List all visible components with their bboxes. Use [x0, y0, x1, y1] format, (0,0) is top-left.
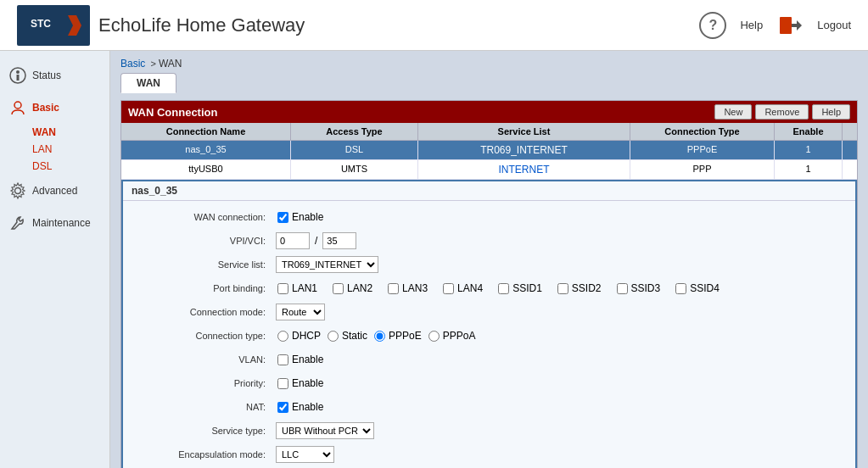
vlan-enable-cb[interactable]: [277, 354, 288, 365]
sidebar-item-status[interactable]: Status: [0, 59, 109, 92]
row2-service: INTERNET: [418, 160, 630, 179]
connection-type-label: Connection type:: [140, 331, 276, 341]
priority-enable-label[interactable]: Enable: [276, 377, 323, 389]
svg-marker-5: [797, 20, 802, 31]
row1-enable: 1: [775, 141, 843, 159]
vpi-vci-row: VPI/VCI: /: [140, 231, 838, 250]
sidebar: Status Basic WAN LAN DSL Advanced Mainte…: [0, 51, 110, 468]
sidebar-item-maintenance[interactable]: Maintenance: [0, 207, 109, 239]
svg-point-7: [16, 70, 20, 74]
service-list-control: TR069_INTERNET INTERNET: [276, 256, 378, 273]
help-button[interactable]: Help: [740, 19, 763, 31]
wan-connection-section: WAN Connection New Remove Help Connectio…: [120, 100, 858, 468]
sidebar-sub-wan[interactable]: WAN: [0, 124, 109, 141]
connection-mode-control: Route Bridge: [276, 304, 325, 320]
vpi-vci-label: VPI/VCI:: [140, 236, 276, 246]
row1-conntype: PPPoE: [630, 141, 775, 159]
pppoe-label[interactable]: PPPoE: [372, 330, 422, 342]
nat-enable-cb[interactable]: [277, 402, 288, 413]
ssid3-label[interactable]: SSID3: [615, 282, 661, 294]
sidebar-sub-lan[interactable]: LAN: [0, 141, 109, 158]
svg-point-10: [15, 188, 21, 194]
static-label[interactable]: Static: [326, 330, 367, 342]
logout-button[interactable]: Logout: [817, 19, 851, 31]
vlan-label: VLAN:: [140, 354, 276, 365]
row2-conntype: PPP: [630, 160, 775, 179]
remove-button[interactable]: Remove: [755, 104, 809, 120]
nat-label: NAT:: [140, 402, 276, 412]
advanced-icon: [8, 181, 27, 200]
tab-wan[interactable]: WAN: [120, 73, 176, 93]
connection-mode-select[interactable]: Route Bridge: [276, 304, 325, 320]
lan2-cb[interactable]: [333, 283, 344, 294]
ssid3-cb[interactable]: [617, 283, 628, 294]
connection-mode-row: Connection mode: Route Bridge: [140, 303, 838, 321]
priority-control: Enable: [276, 377, 323, 389]
help-icon[interactable]: ?: [699, 12, 726, 39]
wan-enable-label[interactable]: Enable: [276, 211, 323, 223]
wan-connection-row: WAN connection: Enable: [140, 208, 838, 226]
ssid1-cb[interactable]: [498, 283, 509, 294]
service-list-label: Service list:: [140, 259, 276, 270]
wan-enable-checkbox[interactable]: [277, 212, 288, 223]
priority-enable-cb[interactable]: [277, 378, 288, 389]
maintenance-icon: [8, 214, 27, 232]
vci-input[interactable]: [322, 232, 356, 249]
svg-text:STC: STC: [31, 18, 51, 30]
ssid2-cb[interactable]: [557, 283, 568, 294]
vpi-input[interactable]: [276, 232, 310, 249]
table-row[interactable]: nas_0_35 DSL TR069_INTERNET PPPoE 1: [121, 141, 857, 160]
service-type-label: Service type:: [140, 426, 276, 436]
status-icon: [8, 66, 27, 85]
nat-enable-label[interactable]: Enable: [276, 401, 323, 413]
col-access-type: Access Type: [291, 123, 418, 140]
lan1-label[interactable]: LAN1: [276, 282, 317, 294]
lan1-cb[interactable]: [277, 283, 288, 294]
row1-access: DSL: [291, 141, 418, 159]
lan3-label[interactable]: LAN3: [386, 282, 428, 294]
breadcrumb-basic[interactable]: Basic: [120, 58, 145, 70]
help-table-button[interactable]: Help: [812, 104, 850, 120]
row1-service: TR069_INTERNET: [418, 141, 630, 159]
row2-name: ttyUSB0: [121, 160, 291, 179]
ssid1-label[interactable]: SSID1: [496, 282, 542, 294]
dhcp-radio[interactable]: [277, 331, 288, 342]
ssid2-label[interactable]: SSID2: [556, 282, 602, 294]
lan3-cb[interactable]: [388, 283, 399, 294]
encapsulation-row: Encapsulation mode: LLC VC MUX: [140, 445, 838, 464]
table-row[interactable]: ttyUSB0 UMTS INTERNET PPP 1: [121, 160, 857, 180]
ssid4-label[interactable]: SSID4: [674, 282, 720, 294]
connection-mode-label: Connection mode:: [140, 307, 276, 317]
nat-row: NAT: Enable: [140, 398, 838, 416]
row2-access: UMTS: [291, 160, 418, 179]
lan4-label[interactable]: LAN4: [441, 282, 483, 294]
vlan-enable-label[interactable]: Enable: [276, 354, 323, 365]
sidebar-item-advanced[interactable]: Advanced: [0, 175, 109, 207]
pppoe-radio[interactable]: [374, 331, 385, 342]
lan4-cb[interactable]: [443, 283, 454, 294]
lan2-label[interactable]: LAN2: [331, 282, 372, 294]
port-binding-control: LAN1 LAN2 LAN3 LAN4 SSID1 SSID2 SSID3 SS…: [276, 282, 720, 294]
detail-title: nas_0_35: [123, 181, 855, 201]
wan-connection-control: Enable: [276, 211, 323, 223]
col-service-list: Service List: [418, 123, 630, 140]
tab-bar: WAN: [120, 73, 858, 93]
service-type-select[interactable]: UBR Without PCR UBR CBR: [276, 422, 374, 439]
sidebar-item-basic[interactable]: Basic: [0, 92, 109, 124]
encapsulation-select[interactable]: LLC VC MUX: [276, 446, 334, 463]
pppoa-label[interactable]: PPPoA: [427, 330, 476, 342]
row2-enable: 1: [775, 160, 843, 179]
vlan-row: VLAN: Enable: [140, 350, 838, 369]
row1-service-link[interactable]: TR069_INTERNET: [480, 144, 568, 156]
pppoa-radio[interactable]: [428, 331, 440, 342]
sidebar-sub-dsl[interactable]: DSL: [0, 158, 109, 175]
dhcp-label[interactable]: DHCP: [276, 330, 321, 342]
static-radio[interactable]: [328, 331, 339, 342]
ssid4-cb[interactable]: [675, 283, 686, 294]
col-connection-type: Connection Type: [630, 123, 775, 140]
new-button[interactable]: New: [714, 104, 752, 120]
row2-service-link[interactable]: INTERNET: [499, 164, 550, 176]
service-list-row: Service list: TR069_INTERNET INTERNET: [140, 255, 838, 274]
connection-type-row: Connection type: DHCP Static PPPoE PPPoA: [140, 326, 838, 345]
service-list-select[interactable]: TR069_INTERNET INTERNET: [276, 256, 378, 273]
